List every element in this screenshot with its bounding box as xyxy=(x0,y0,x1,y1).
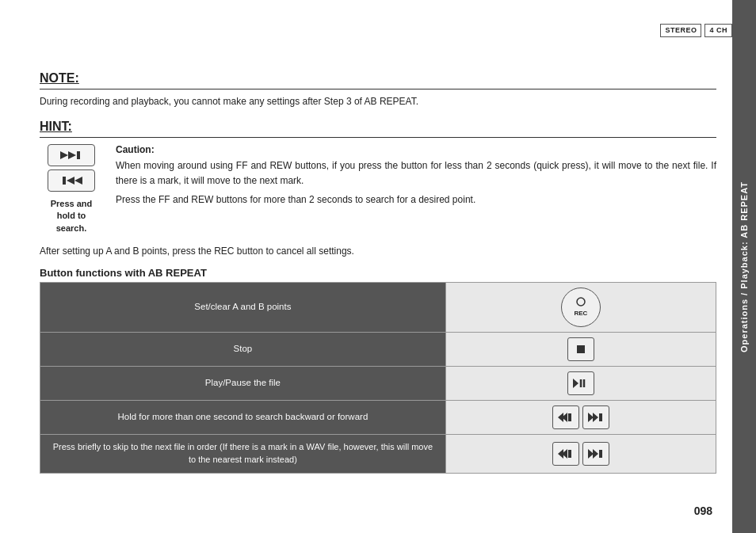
rew-ff-button-wrap-1 xyxy=(552,405,609,429)
play-pause-button-icon xyxy=(567,371,594,395)
section-label-text: Operations / Playback: AB REPEAT xyxy=(739,181,749,352)
hint-caution-text-2: Press the FF and REW buttons for more th… xyxy=(116,192,716,207)
4ch-badge: 4 CH xyxy=(704,24,732,37)
note-heading: NOTE: xyxy=(40,71,716,86)
svg-marker-20 xyxy=(588,449,594,459)
svg-rect-5 xyxy=(63,177,66,185)
rew-button-icon xyxy=(48,169,95,192)
stop-button-wrap xyxy=(567,337,594,361)
table-heading: Button functions with AB REPEAT xyxy=(40,267,716,279)
svg-rect-16 xyxy=(599,413,602,421)
table-row-label: Hold for more than one second to search … xyxy=(40,400,446,434)
svg-point-6 xyxy=(577,298,585,306)
svg-marker-4 xyxy=(67,177,74,185)
section-label: Operations / Playback: AB REPEAT xyxy=(732,0,756,533)
hint-section: HINT: Press andhold tosearch. Caution: W… xyxy=(40,120,716,234)
hint-icon-area: Press andhold tosearch. xyxy=(40,144,103,234)
play-pause-button-wrap xyxy=(567,371,594,395)
hint-icon-label: Press andhold tosearch. xyxy=(51,198,93,234)
hint-heading: HINT: xyxy=(40,120,716,134)
svg-marker-21 xyxy=(593,449,598,459)
rec-button-wrap: REC xyxy=(561,287,601,327)
table-row: Stop xyxy=(40,332,716,366)
table-row: Set/clear A and B points REC xyxy=(40,282,716,332)
ff-button-icon xyxy=(48,144,95,166)
table-row-icon xyxy=(445,366,716,400)
table-row: Play/Pause the file xyxy=(40,366,716,400)
button-functions-section: Button functions with AB REPEAT Set/clea… xyxy=(40,267,716,474)
table-row: Press briefly to skip to the next file i… xyxy=(40,434,716,473)
table-row-label: Set/clear A and B points xyxy=(40,282,446,332)
svg-marker-0 xyxy=(60,151,68,159)
table-row: Hold for more than one second to search … xyxy=(40,400,716,434)
svg-marker-1 xyxy=(68,151,76,159)
rec-circle-icon: REC xyxy=(561,287,601,327)
stop-button-icon xyxy=(567,337,594,361)
table-row-label: Play/Pause the file xyxy=(40,366,446,400)
svg-marker-14 xyxy=(588,413,594,422)
table-row-icon xyxy=(445,400,716,434)
main-content: NOTE: During recording and playback, you… xyxy=(40,71,716,501)
rew-ff-button-wrap-2 xyxy=(552,442,609,466)
hint-text-area: Caution: When moving around using FF and… xyxy=(116,144,716,234)
svg-marker-8 xyxy=(573,379,578,388)
stereo-badge: STEREO xyxy=(660,24,701,37)
top-badges: STEREO 4 CH xyxy=(660,24,732,37)
svg-marker-3 xyxy=(74,177,82,185)
note-text: During recording and playback, you canno… xyxy=(40,94,716,109)
svg-rect-19 xyxy=(568,450,571,458)
svg-rect-7 xyxy=(577,345,585,353)
svg-rect-2 xyxy=(77,151,80,159)
table-row-label: Press briefly to skip to the next file i… xyxy=(40,434,446,473)
table-row-icon xyxy=(445,332,716,366)
hint-caution-label: Caution: xyxy=(116,144,716,155)
rew-button-icon-2 xyxy=(552,442,579,466)
svg-marker-18 xyxy=(558,449,563,459)
svg-marker-15 xyxy=(593,413,598,422)
rec-label: REC xyxy=(574,310,587,317)
hint-caution-text-1: When moving around using FF and REW butt… xyxy=(116,158,716,188)
table-row-icon xyxy=(445,434,716,473)
ff-button-icon xyxy=(582,405,609,429)
hint-body: Press andhold tosearch. Caution: When mo… xyxy=(40,144,716,234)
note-section: NOTE: During recording and playback, you… xyxy=(40,71,716,109)
ff-button-icon-2 xyxy=(582,442,609,466)
svg-marker-12 xyxy=(558,413,563,422)
svg-rect-22 xyxy=(599,450,602,458)
button-functions-table: Set/clear A and B points REC Stop xyxy=(40,282,716,474)
rew-button-icon xyxy=(552,405,579,429)
table-row-icon: REC xyxy=(445,282,716,332)
page-number: 098 xyxy=(694,504,712,517)
hint-divider xyxy=(40,137,716,138)
after-text: After setting up A and B points, press t… xyxy=(40,244,716,259)
table-row-label: Stop xyxy=(40,332,446,366)
svg-rect-13 xyxy=(568,413,571,421)
note-divider xyxy=(40,89,716,89)
